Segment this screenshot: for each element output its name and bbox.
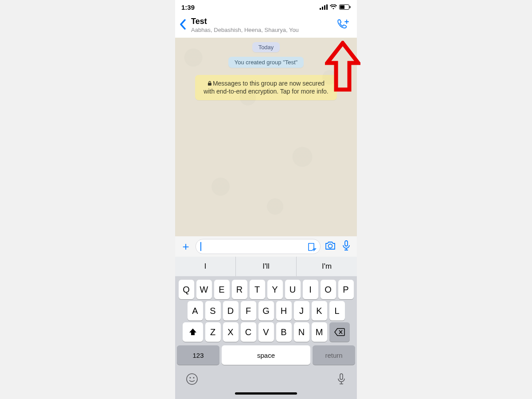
keyboard: I I'll I'm Q W E R T Y U I O P A S D F G… — [175, 257, 357, 399]
status-time: 1:39 — [181, 4, 195, 11]
back-button[interactable] — [178, 18, 188, 32]
camera-button[interactable] — [324, 241, 336, 252]
chevron-left-icon — [180, 19, 187, 30]
backspace-icon — [334, 328, 345, 336]
key-j[interactable]: J — [294, 301, 309, 321]
suggestion-2[interactable]: I'll — [236, 257, 297, 276]
svg-rect-13 — [340, 374, 343, 379]
key-r[interactable]: R — [232, 280, 247, 299]
home-indicator[interactable] — [235, 392, 297, 395]
chat-subtitle: Aabhas, Debashish, Heena, Shaurya, You — [191, 27, 334, 34]
lock-icon — [207, 81, 212, 86]
date-chip: Today — [252, 42, 280, 52]
encryption-text: Messages to this group are now secured w… — [203, 80, 328, 95]
svg-rect-1 — [322, 7, 323, 10]
sticker-icon[interactable] — [307, 242, 317, 251]
shift-key[interactable] — [183, 322, 203, 342]
battery-icon — [339, 4, 351, 10]
emoji-icon[interactable] — [186, 373, 198, 385]
key-l[interactable]: L — [329, 301, 345, 321]
backspace-key[interactable] — [329, 322, 350, 342]
chat-header: Test Aabhas, Debashish, Heena, Shaurya, … — [175, 14, 357, 38]
call-button[interactable] — [336, 19, 350, 32]
chat-title: Test — [191, 17, 334, 27]
key-d[interactable]: D — [223, 301, 239, 321]
phone-plus-icon — [336, 19, 350, 30]
key-p[interactable]: P — [338, 280, 354, 299]
input-bar: + — [175, 236, 357, 257]
chat-body[interactable]: Today You created group "Test" Messages … — [175, 38, 357, 236]
key-e[interactable]: E — [214, 280, 230, 299]
chat-title-block[interactable]: Test Aabhas, Debashish, Heena, Shaurya, … — [191, 17, 334, 33]
key-w[interactable]: W — [196, 280, 212, 299]
status-icons — [320, 4, 351, 10]
keyboard-bottom-bar — [177, 367, 355, 388]
key-h[interactable]: H — [276, 301, 292, 321]
text-cursor — [200, 242, 201, 251]
phone-screen: 1:39 Test Aabhas, Debashish, Heena, Shau… — [175, 0, 357, 399]
key-n[interactable]: N — [294, 322, 309, 342]
key-b[interactable]: B — [276, 322, 292, 342]
svg-point-10 — [187, 374, 197, 384]
svg-rect-9 — [345, 241, 348, 246]
keyboard-row-2: A S D F G H J K L — [177, 301, 355, 321]
key-k[interactable]: K — [312, 301, 327, 321]
svg-point-8 — [329, 244, 332, 248]
suggestion-1[interactable]: I — [175, 257, 236, 276]
keyboard-row-1: Q W E R T Y U I O P — [177, 280, 355, 299]
voice-button[interactable] — [340, 240, 352, 253]
svg-rect-6 — [350, 6, 351, 8]
svg-point-11 — [190, 377, 191, 379]
svg-point-12 — [193, 377, 195, 379]
key-q[interactable]: Q — [179, 280, 194, 299]
svg-rect-3 — [326, 4, 328, 10]
numeric-key[interactable]: 123 — [177, 345, 219, 365]
key-y[interactable]: Y — [267, 280, 283, 299]
svg-rect-7 — [208, 83, 211, 86]
attach-button[interactable]: + — [180, 240, 192, 254]
suggestion-3[interactable]: I'm — [297, 257, 357, 276]
keyboard-row-4: 123 space return — [177, 345, 355, 365]
shift-icon — [188, 328, 197, 336]
message-input[interactable] — [196, 239, 321, 254]
microphone-icon — [342, 240, 351, 251]
key-u[interactable]: U — [285, 280, 301, 299]
key-f[interactable]: F — [241, 301, 256, 321]
key-m[interactable]: M — [312, 322, 327, 342]
return-key[interactable]: return — [313, 345, 355, 365]
camera-icon — [325, 241, 336, 250]
key-o[interactable]: O — [321, 280, 336, 299]
key-a[interactable]: A — [188, 301, 203, 321]
key-x[interactable]: X — [223, 322, 239, 342]
key-i[interactable]: I — [303, 280, 318, 299]
dictation-icon[interactable] — [336, 373, 346, 385]
space-key[interactable]: space — [222, 345, 310, 365]
key-s[interactable]: S — [205, 301, 221, 321]
system-message: You created group "Test" — [228, 57, 304, 68]
encryption-notice[interactable]: Messages to this group are now secured w… — [195, 75, 337, 100]
status-bar: 1:39 — [175, 0, 357, 14]
key-c[interactable]: C — [241, 322, 256, 342]
key-t[interactable]: T — [250, 280, 265, 299]
keyboard-row-3: Z X C V B N M — [177, 322, 355, 342]
key-v[interactable]: V — [258, 322, 274, 342]
wifi-icon — [330, 4, 337, 10]
svg-rect-2 — [324, 5, 325, 10]
key-z[interactable]: Z — [205, 322, 221, 342]
svg-rect-0 — [320, 8, 321, 10]
suggestion-bar: I I'll I'm — [175, 257, 357, 276]
key-g[interactable]: G — [258, 301, 274, 321]
cellular-icon — [320, 4, 328, 10]
svg-rect-5 — [340, 5, 344, 9]
